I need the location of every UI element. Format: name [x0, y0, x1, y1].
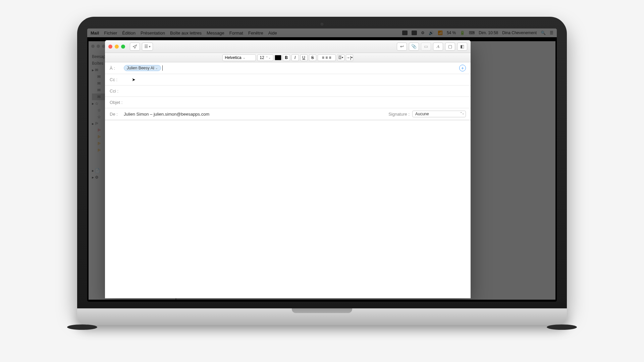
from-label: De : [110, 112, 124, 117]
signature-value: Aucune [415, 112, 429, 116]
to-label: À : [110, 66, 124, 71]
cursor-pointer-icon: ➤ [132, 77, 136, 82]
underline-button[interactable]: U [300, 54, 308, 61]
strike-button[interactable]: S [309, 54, 316, 61]
cc-label: Cc : [110, 77, 124, 82]
reply-button[interactable]: ↩︎ [397, 43, 407, 51]
zoom-window-button[interactable] [121, 45, 125, 49]
header-fields-button[interactable]: ☰▾ [142, 43, 153, 51]
add-contact-button[interactable]: + [459, 65, 466, 71]
markup-button[interactable]: ▭ [421, 43, 431, 51]
text-cursor [162, 65, 163, 71]
signature-select[interactable]: Aucune [412, 111, 466, 117]
bcc-field-row[interactable]: Cci : [105, 85, 471, 97]
compose-window: ☰▾ ↩︎ 📎 ▭ A ▢ ◧ Helvetica⌄ 1 [105, 40, 471, 298]
chevron-down-icon[interactable]: ⌄ [155, 66, 158, 70]
list-button[interactable]: ☲▾ [337, 54, 344, 61]
signature-label: Signature : [388, 112, 410, 117]
minimize-window-button[interactable] [115, 45, 119, 49]
subject-label: Objet : [110, 100, 127, 105]
message-body[interactable] [105, 120, 471, 298]
camera-dot [321, 23, 323, 25]
send-button[interactable] [130, 43, 140, 51]
font-size-value: 12 [260, 55, 264, 60]
media-button[interactable]: ▢ [445, 43, 455, 51]
to-field-row[interactable]: À : Julien Beesy AI ⌄ + [105, 62, 471, 74]
italic-button[interactable]: I [291, 54, 299, 61]
font-family-select[interactable]: Helvetica⌄ [222, 54, 256, 61]
text-color-button[interactable] [275, 55, 281, 60]
recipient-name: Julien Beesy AI [127, 66, 154, 70]
format-bar: Helvetica⌄ 12⌃⌄ B I U S ≡ ≡ ≡ ☲▾ →|▾ [105, 53, 471, 62]
attach-button[interactable]: 📎 [409, 43, 419, 51]
bcc-label: Cci : [110, 88, 124, 94]
indent-button[interactable]: →|▾ [346, 54, 353, 61]
recipient-token[interactable]: Julien Beesy AI ⌄ [124, 65, 161, 71]
subject-field-row[interactable]: Objet : [105, 97, 471, 108]
format-button[interactable]: A [433, 43, 443, 51]
bold-button[interactable]: B [283, 54, 290, 61]
align-buttons[interactable]: ≡ ≡ ≡ [318, 54, 336, 61]
cc-field-row[interactable]: Cc : ➤ [105, 74, 471, 85]
sidebar-toggle-button[interactable]: ◧ [457, 43, 467, 51]
font-size-select[interactable]: 12⌃⌄ [257, 54, 273, 61]
from-field-row: De : Julien Simon – julien.simon@beesapp… [105, 108, 471, 120]
font-family-value: Helvetica [225, 55, 241, 60]
from-value[interactable]: Julien Simon – julien.simon@beesapps.com [124, 112, 209, 117]
compose-toolbar: ☰▾ ↩︎ 📎 ▭ A ▢ ◧ [105, 40, 471, 53]
close-window-button[interactable] [108, 45, 112, 49]
